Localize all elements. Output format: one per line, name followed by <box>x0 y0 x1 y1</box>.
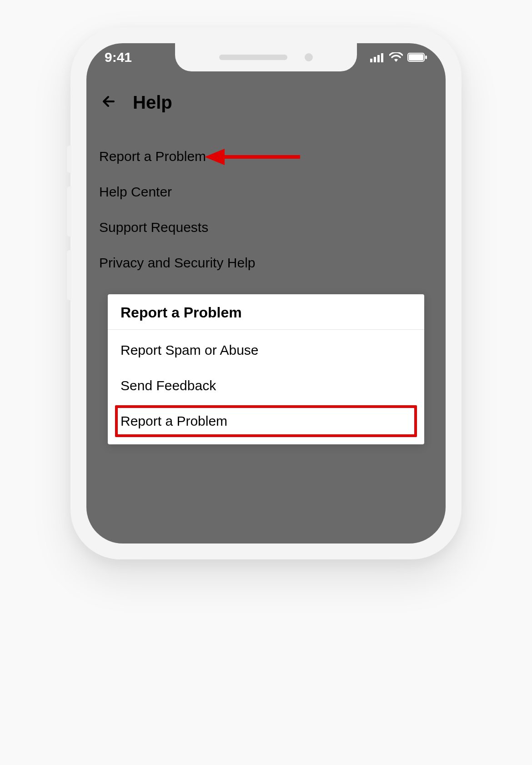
phone-notch <box>175 43 357 71</box>
phone-screen: 9:41 <box>86 43 446 544</box>
menu-item-support-requests[interactable]: Support Requests <box>99 210 433 245</box>
cellular-icon <box>370 52 385 62</box>
svg-rect-3 <box>381 53 383 62</box>
menu-item-help-center[interactable]: Help Center <box>99 174 433 210</box>
wifi-icon <box>389 52 403 62</box>
dialog-option-label: Send Feedback <box>120 378 216 393</box>
battery-icon <box>407 52 427 62</box>
dialog-option-label: Report a Problem <box>120 413 227 428</box>
phone-side-button <box>67 250 71 300</box>
svg-rect-1 <box>374 57 376 62</box>
phone-speaker <box>219 55 287 60</box>
page-stage: 9:41 <box>0 0 532 765</box>
menu-item-privacy-security-help[interactable]: Privacy and Security Help <box>99 245 433 281</box>
page-header: Help <box>86 84 446 121</box>
svg-rect-5 <box>409 54 423 60</box>
phone-camera <box>305 53 313 61</box>
page-title: Help <box>133 92 172 113</box>
arrow-left-icon <box>100 91 120 113</box>
svg-rect-6 <box>425 55 427 59</box>
menu-item-report-a-problem[interactable]: Report a Problem <box>99 139 433 174</box>
dialog-option-list: Report Spam or Abuse Send Feedback Repor… <box>108 330 424 444</box>
dialog-option-report-a-problem[interactable]: Report a Problem <box>113 403 419 439</box>
dialog-option-label: Report Spam or Abuse <box>120 342 259 357</box>
status-time: 9:41 <box>105 50 132 65</box>
svg-rect-0 <box>370 59 372 62</box>
phone-side-button <box>67 146 71 173</box>
back-button[interactable] <box>99 91 121 113</box>
dialog-option-report-spam-or-abuse[interactable]: Report Spam or Abuse <box>108 332 424 368</box>
menu-item-label: Support Requests <box>99 220 208 235</box>
menu-item-label: Help Center <box>99 184 172 199</box>
help-menu: Report a Problem Help Center Support Req… <box>86 139 446 281</box>
svg-rect-2 <box>377 55 380 62</box>
dialog-title: Report a Problem <box>108 294 424 330</box>
menu-item-label: Privacy and Security Help <box>99 255 255 270</box>
menu-item-label: Report a Problem <box>99 149 206 164</box>
status-indicators <box>370 52 427 62</box>
phone-frame: 9:41 <box>70 27 462 559</box>
dialog-option-send-feedback[interactable]: Send Feedback <box>108 368 424 403</box>
report-problem-dialog: Report a Problem Report Spam or Abuse Se… <box>108 294 424 444</box>
phone-side-button <box>67 186 71 237</box>
